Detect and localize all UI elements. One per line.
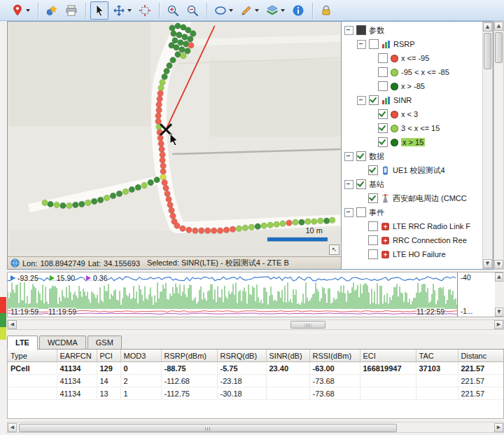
layer-tool-button[interactable] xyxy=(263,1,288,20)
scroll-right-icon[interactable]: ▶ xyxy=(494,320,503,329)
tab-gsm[interactable]: GSM xyxy=(88,336,122,349)
dropdown-arrow-icon[interactable] xyxy=(26,9,30,12)
scroll-right-icon[interactable]: ▶ xyxy=(494,423,503,432)
column-header[interactable]: Distanc xyxy=(458,350,504,362)
checkbox-unchecked[interactable] xyxy=(369,39,379,49)
checkbox-unchecked[interactable] xyxy=(378,81,388,91)
dropdown-arrow-icon[interactable] xyxy=(255,9,259,12)
column-header[interactable]: TAC xyxy=(416,350,458,362)
lock-button[interactable] xyxy=(317,1,335,20)
poi-manager-button[interactable] xyxy=(43,1,61,20)
checkbox-checked[interactable] xyxy=(356,151,366,161)
checkbox-unchecked[interactable] xyxy=(378,67,388,77)
window-vscrollbar[interactable]: ▲ ▼ xyxy=(493,21,504,270)
scrollbar-thumb[interactable] xyxy=(495,32,503,63)
checkbox-unchecked[interactable] xyxy=(356,207,366,217)
select-tool-button[interactable] xyxy=(90,1,108,20)
checkbox-checked[interactable] xyxy=(378,109,388,119)
legend-threshold-item[interactable]: x > -85 xyxy=(342,79,482,93)
chart-hscrollbar[interactable]: ◀ ▶ xyxy=(7,319,504,330)
scroll-up-icon[interactable]: ▲ xyxy=(495,272,503,282)
scroll-left-icon[interactable]: ◀ xyxy=(8,320,17,329)
dropdown-arrow-icon[interactable] xyxy=(229,9,233,12)
expander-icon[interactable] xyxy=(344,152,354,161)
tree-node-params[interactable]: 参数 xyxy=(342,23,482,37)
checkbox-unchecked[interactable] xyxy=(368,249,378,259)
dropdown-arrow-icon[interactable] xyxy=(281,9,285,12)
expander-icon[interactable] xyxy=(357,40,366,49)
checkbox-unchecked[interactable] xyxy=(368,235,378,245)
column-header[interactable]: ECI xyxy=(360,350,416,362)
map-canvas[interactable]: 10 m ↖ xyxy=(8,22,341,256)
table-row[interactable]: 41134131-112.75-30.18-73.68221.57 xyxy=(8,387,504,400)
checkbox-unchecked[interactable] xyxy=(378,53,388,63)
full-extent-button[interactable] xyxy=(136,1,154,20)
tab-lte[interactable]: LTE xyxy=(7,336,38,350)
tab-wcdma[interactable]: WCDMA xyxy=(39,336,86,349)
info-button[interactable] xyxy=(289,1,307,20)
pan-tool-button[interactable] xyxy=(110,1,134,20)
checkbox-checked[interactable] xyxy=(368,193,378,203)
column-header[interactable]: RSRP(dBm) xyxy=(161,350,217,362)
dropdown-arrow-icon[interactable] xyxy=(127,9,132,12)
tree-node-rsrp[interactable]: RSRP xyxy=(342,37,482,51)
scroll-down-icon[interactable]: ▼ xyxy=(495,308,503,317)
tree-node-sites[interactable]: 基站 xyxy=(342,177,482,191)
cell-measurement-table[interactable]: TypeEARFCNPCIMOD3RSRP(dBm)RSRQ(dB)SINR(d… xyxy=(7,350,504,419)
column-header[interactable]: RSRQ(dB) xyxy=(217,350,266,362)
scrollbar-thumb[interactable] xyxy=(19,424,397,432)
scroll-left-icon[interactable]: ◀ xyxy=(8,423,17,432)
placemark-button[interactable] xyxy=(8,1,33,20)
legend-threshold-item[interactable]: x <= -95 xyxy=(342,51,482,65)
checkbox-indeterminate[interactable] xyxy=(356,25,366,35)
scroll-down-icon[interactable]: ▼ xyxy=(494,260,503,269)
checkbox-unchecked[interactable] xyxy=(368,221,378,231)
legend-threshold-item[interactable]: x > 15 xyxy=(342,135,482,149)
zoom-out-button[interactable] xyxy=(183,1,202,20)
signal-chart-panel[interactable]: -93.25 15.90 0.36 11:19:59 11:19:59 11:2… xyxy=(7,272,504,317)
legend-threshold-item[interactable]: x < 3 xyxy=(342,107,482,121)
zoom-in-button[interactable] xyxy=(164,1,182,20)
table-hscrollbar[interactable]: ◀ ▶ xyxy=(7,422,504,433)
table-cell: 14 xyxy=(97,375,120,387)
tree-node-events[interactable]: 事件 xyxy=(342,205,482,219)
legend-threshold-item[interactable]: -95 < x <= -85 xyxy=(342,65,482,79)
tree-node-sinr[interactable]: SINR xyxy=(342,93,482,107)
chart-plot-area[interactable]: -93.25 15.90 0.36 11:19:59 11:19:59 11:2… xyxy=(8,272,457,317)
scroll-up-icon[interactable]: ▲ xyxy=(494,22,503,31)
draw-tool-button[interactable] xyxy=(237,1,262,20)
scroll-up-icon[interactable]: ▲ xyxy=(483,22,492,32)
tree-node-event[interactable]: RRC Connection Ree xyxy=(342,233,482,247)
tree-node-site-layer[interactable]: 西安邮电周边 (CMCC xyxy=(342,191,482,205)
checkbox-checked[interactable] xyxy=(378,137,388,147)
scrollbar-thumb[interactable] xyxy=(484,33,491,69)
tree-node-event[interactable]: LTE RRC Radio Link F xyxy=(342,219,482,233)
print-button[interactable] xyxy=(62,1,80,20)
checkbox-checked[interactable] xyxy=(378,123,388,133)
tree-node-event[interactable]: LTE HO Failure xyxy=(342,247,482,261)
tree-node-ue1[interactable]: UE1 校园测试4 xyxy=(342,163,482,177)
expander-icon[interactable] xyxy=(357,96,366,105)
column-header[interactable]: SINR(dB) xyxy=(266,350,309,362)
expander-icon[interactable] xyxy=(344,26,354,35)
shape-tool-button[interactable] xyxy=(211,1,236,20)
map-fit-button[interactable]: ↖ xyxy=(329,244,340,255)
column-header[interactable]: MOD3 xyxy=(120,350,161,362)
column-header[interactable]: RSSI(dBm) xyxy=(309,350,360,362)
expander-icon[interactable] xyxy=(344,208,354,217)
legend-scrollbar[interactable]: ▲ ▼ xyxy=(482,22,493,269)
expander-icon[interactable] xyxy=(344,180,354,189)
checkbox-checked[interactable] xyxy=(368,165,378,175)
table-row[interactable]: PCell411341290-88.75-5.7523.40-63.001668… xyxy=(8,362,504,375)
checkbox-checked[interactable] xyxy=(369,95,379,105)
table-row[interactable]: 41134142-112.68-23.18-73.68221.57 xyxy=(8,375,504,387)
scroll-down-icon[interactable]: ▼ xyxy=(483,259,492,268)
chart-vscrollbar[interactable]: ▲ ▼ xyxy=(495,272,504,317)
column-header[interactable]: EARFCN xyxy=(57,350,97,362)
column-header[interactable]: PCI xyxy=(97,350,120,362)
legend-threshold-item[interactable]: 3 < x <= 15 xyxy=(342,121,482,135)
scrollbar-thumb[interactable] xyxy=(290,321,326,329)
column-header[interactable]: Type xyxy=(8,350,57,362)
checkbox-checked[interactable] xyxy=(356,179,366,189)
tree-node-data[interactable]: 数据 xyxy=(342,149,482,163)
